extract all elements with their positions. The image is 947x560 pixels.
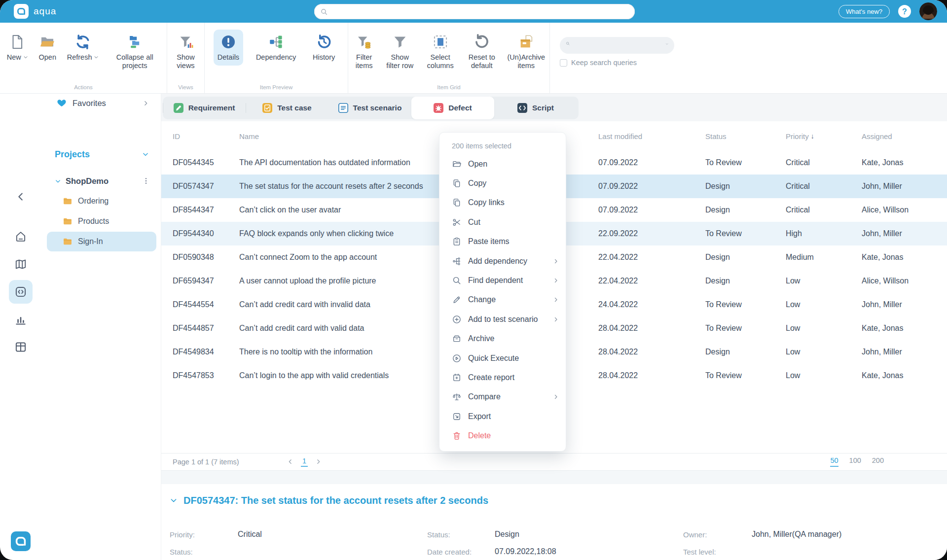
- cell-id: DF6594347: [173, 277, 239, 285]
- toolbar-button[interactable]: Collapse all projects: [106, 30, 164, 74]
- rail-item[interactable]: [9, 280, 33, 304]
- detail-field: Priority: Critical: [170, 526, 427, 543]
- whats-new-button[interactable]: What's new?: [838, 5, 890, 18]
- column-header[interactable]: Status: [705, 132, 786, 140]
- global-search-input[interactable]: [332, 7, 629, 16]
- brand[interactable]: aqua: [14, 4, 56, 19]
- current-page[interactable]: 1: [301, 457, 308, 467]
- open-folder-icon: [39, 33, 56, 51]
- column-header[interactable]: Last modified: [598, 132, 705, 140]
- page-size-option[interactable]: 50: [830, 456, 838, 467]
- context-menu-item[interactable]: Change: [439, 290, 566, 310]
- tab[interactable]: Script: [494, 97, 577, 119]
- favorites-row[interactable]: Favorites: [42, 97, 161, 109]
- next-page-icon[interactable]: [315, 458, 322, 465]
- toolbar-button[interactable]: Details: [214, 30, 243, 66]
- chevron-down-icon: [142, 151, 149, 158]
- item-detail-panel: DF0574347: The set status for the accoun…: [161, 484, 947, 560]
- grid-icon: [14, 341, 27, 353]
- page-size-option[interactable]: 100: [849, 456, 861, 467]
- toolbar-button[interactable]: Refresh: [63, 30, 103, 66]
- rail-item[interactable]: [9, 252, 33, 276]
- rail-item[interactable]: [9, 225, 33, 248]
- cell-status: Design: [705, 348, 786, 356]
- toolbar-button[interactable]: Open: [35, 30, 60, 66]
- cell-status: Design: [705, 253, 786, 262]
- column-header[interactable]: ID: [173, 132, 239, 140]
- create-report-icon: [452, 373, 462, 383]
- context-menu-item[interactable]: Add to test scenario: [439, 310, 566, 329]
- project-folder[interactable]: Ordering: [47, 191, 156, 211]
- column-header[interactable]: Priority ↓: [786, 132, 862, 140]
- cell-assigned: Alice, Willson: [862, 206, 947, 214]
- projects-header[interactable]: Projects: [42, 148, 161, 161]
- project-node[interactable]: ShopDemo: [42, 174, 161, 188]
- toolbar-button[interactable]: Select columns: [420, 30, 461, 74]
- toolbar-button[interactable]: New: [3, 30, 32, 66]
- context-menu-item[interactable]: Create report: [439, 368, 566, 387]
- aqua-logo-icon[interactable]: [11, 531, 31, 551]
- previous-page-icon[interactable]: [287, 458, 293, 465]
- rail-item[interactable]: [9, 308, 33, 331]
- toolbar-button[interactable]: Show filter row: [380, 30, 420, 74]
- page-size-option[interactable]: 200: [872, 456, 884, 467]
- context-menu-item[interactable]: Paste items: [439, 232, 566, 251]
- cell-status: To Review: [705, 324, 786, 333]
- context-menu-item[interactable]: Copy: [439, 174, 566, 193]
- project-folder[interactable]: Sign-In: [47, 232, 156, 251]
- context-menu-item[interactable]: Delete: [439, 426, 566, 445]
- cell-assigned: Alice, Willson: [862, 277, 947, 285]
- context-menu-item[interactable]: Find dependent: [439, 271, 566, 290]
- kebab-menu-icon[interactable]: [142, 177, 150, 185]
- cell-last-modified: 28.04.2022: [598, 324, 705, 333]
- cell-priority: Critical: [786, 206, 862, 214]
- detail-fields: Priority: Critical Status: Last modified…: [170, 526, 947, 560]
- brand-name: aqua: [34, 6, 56, 17]
- context-menu-item[interactable]: Cut: [439, 212, 566, 232]
- context-menu-item[interactable]: Copy links: [439, 193, 566, 212]
- toolbar-button[interactable]: Reset to default: [461, 30, 503, 74]
- cell-id: DF0544345: [173, 158, 239, 167]
- keep-search-checkbox[interactable]: [560, 59, 567, 67]
- cell-status: Design: [705, 206, 786, 214]
- delete-icon: [452, 431, 462, 441]
- grid-search[interactable]: [560, 37, 674, 54]
- keep-search-queries[interactable]: Keep search queries: [560, 59, 947, 67]
- context-menu-item[interactable]: Quick Execute: [439, 349, 566, 368]
- help-icon[interactable]: ?: [898, 4, 911, 18]
- toolbar-button[interactable]: Dependency: [252, 30, 300, 66]
- context-menu-item[interactable]: Add dependency: [439, 251, 566, 271]
- chevron-down-icon[interactable]: [665, 42, 668, 48]
- chevron-right-icon: [143, 100, 149, 106]
- cell-id: DF4544857: [173, 324, 239, 333]
- tab[interactable]: Requirement: [163, 97, 246, 119]
- toolbar-button[interactable]: History: [309, 30, 339, 66]
- folder-icon: [63, 237, 73, 246]
- toolbar-button[interactable]: Show views: [167, 30, 204, 74]
- global-search[interactable]: [314, 4, 635, 19]
- add-to-test-scenario-icon: [452, 315, 462, 324]
- copy-icon: [452, 178, 462, 188]
- context-menu-item[interactable]: Export: [439, 407, 566, 426]
- rail-item[interactable]: [9, 335, 33, 359]
- grid-search-input[interactable]: [574, 41, 665, 50]
- detail-title-row[interactable]: DF0574347: The set status for the accoun…: [170, 495, 947, 506]
- details-icon: [220, 33, 237, 51]
- project-folder[interactable]: Products: [47, 211, 156, 231]
- chevron-down-icon: [55, 178, 61, 184]
- quick-execute-icon: [452, 353, 462, 363]
- context-menu-item[interactable]: Archive: [439, 329, 566, 349]
- avatar[interactable]: [919, 2, 937, 20]
- context-menu-item[interactable]: Compare: [439, 387, 566, 407]
- toolbar-button[interactable]: Filter items: [348, 30, 380, 74]
- column-header[interactable]: Assigned: [862, 132, 947, 140]
- context-menu-items: Open Copy Copy links Cut Paste items: [439, 154, 566, 446]
- tab[interactable]: Test scenario: [328, 97, 411, 119]
- tab[interactable]: Test case: [246, 97, 328, 119]
- detail-field: Status: Design: [427, 526, 683, 543]
- collapse-sidebar-icon[interactable]: [15, 191, 26, 202]
- cell-id: DF4549834: [173, 348, 239, 356]
- tab[interactable]: Defect: [411, 97, 494, 119]
- toolbar-button[interactable]: (Un)Archive items: [503, 30, 549, 74]
- context-menu-item[interactable]: Open: [439, 154, 566, 174]
